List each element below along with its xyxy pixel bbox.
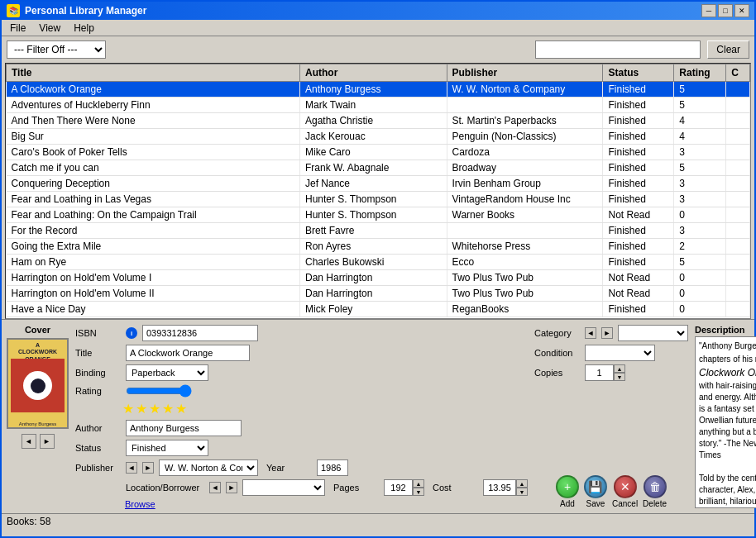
table-row[interactable]: Big SurJack KerouacPenguin (Non-Classics… [7,129,750,145]
cancel-button[interactable]: ✕ Cancel [612,475,638,508]
close-button[interactable]: ✕ [734,4,749,17]
delete-icon: 🗑 [644,475,667,498]
save-button[interactable]: 💾 Save [584,475,607,508]
location-label: Location/Borrower [126,483,204,493]
location-select[interactable] [242,479,325,496]
category-prev-button[interactable]: ◄ [585,327,596,339]
publisher-prev-button[interactable]: ◄ [126,462,137,474]
table-row[interactable]: Fear and Loathing in Las VegasHunter S. … [7,192,750,207]
star-1[interactable]: ★ [122,401,134,417]
cover-navigation: ◄ ► [22,434,55,449]
cost-label: Cost [433,483,478,493]
cost-spinner: ▲ ▼ [483,479,528,496]
table-row[interactable]: Going the Extra MileRon AyresWhitehorse … [7,239,750,255]
publisher-select[interactable]: W. W. Norton & Comp [159,459,258,476]
table-row[interactable]: And Then There Were NoneAgatha ChristieS… [7,113,750,129]
copies-row: Copies ▲ ▼ [534,364,688,381]
minimize-button[interactable]: ─ [701,4,716,17]
menu-view[interactable]: View [34,21,65,36]
author-input[interactable] [126,420,242,436]
location-row: Location/Borrower ◄ ► Pages ▲ ▼ Cost [75,479,528,496]
table-scroll[interactable]: Title Author Publisher Status Rating C A… [6,64,750,318]
add-button[interactable]: + Add [556,475,579,508]
filter-dropdown[interactable]: --- Filter Off --- [7,40,106,59]
star-2[interactable]: ★ [136,401,147,417]
save-label: Save [586,499,605,508]
star-5[interactable]: ★ [175,401,187,417]
status-label: Status [75,443,121,453]
delete-button[interactable]: 🗑 Delete [643,475,667,508]
location-next-button[interactable]: ► [226,482,237,493]
category-next-button[interactable]: ► [601,327,613,339]
category-select[interactable] [618,325,688,341]
star-4[interactable]: ★ [162,401,174,417]
menu-file[interactable]: File [5,21,31,36]
books-table: Title Author Publisher Status Rating C A… [6,64,750,317]
author-label: Author [75,423,121,433]
isbn-label: ISBN [75,328,121,338]
isbn-info-icon[interactable]: i [126,327,137,339]
copies-decrement[interactable]: ▼ [614,373,625,381]
table-row[interactable]: A Clockwork OrangeAnthony BurgessW. W. N… [7,82,750,98]
title-input[interactable] [126,345,250,361]
table-row[interactable]: For the RecordBrett FavreFinished3 [7,223,750,239]
pages-decrement[interactable]: ▼ [413,488,424,496]
year-input[interactable] [317,459,348,476]
toolbar: --- Filter Off --- Clear [2,36,754,63]
col-header-title[interactable]: Title [7,64,300,82]
cover-label: Cover [25,325,50,335]
author-row: Author [75,420,528,436]
col-header-rating[interactable]: Rating [674,64,726,82]
title-label: Title [75,348,121,358]
description-text[interactable]: "Anthony Burgess reads chapters of his n… [695,336,756,508]
browse-link[interactable]: Browse [125,499,156,509]
star-3[interactable]: ★ [149,401,160,417]
clear-button[interactable]: Clear [707,40,749,59]
col-header-c[interactable]: C [726,64,750,82]
pages-increment[interactable]: ▲ [413,479,424,488]
table-row[interactable]: Fear and Loathing: On the Campaign Trail… [7,207,750,223]
condition-select[interactable] [585,345,655,361]
pages-input[interactable] [384,479,413,496]
table-row[interactable]: Adventures of Huckleberry FinnMark Twain… [7,98,750,113]
table-row[interactable]: Ham on RyeCharles BukowskiEccoFinished5 [7,255,750,270]
status-select[interactable]: FinishedNot ReadReadingAbandoned [126,440,208,456]
table-row[interactable]: Caro's Book of Poker TellsMike CaroCardo… [7,145,750,160]
binding-select[interactable]: PaperbackHardcoverMass MarketOther [126,364,208,381]
status-bar: Books: 58 [2,513,754,528]
cover-next-button[interactable]: ► [40,434,55,449]
description-label: Description [695,325,756,335]
form-section: ISBN i Title Binding PaperbackHardcoverM… [75,325,528,508]
pages-label: Pages [333,483,379,493]
publisher-next-button[interactable]: ► [142,462,154,474]
table-row[interactable]: Conquering DeceptionJef NanceIrvin Benha… [7,176,750,192]
col-header-publisher[interactable]: Publisher [447,64,603,82]
cost-decrement[interactable]: ▼ [516,488,528,496]
table-row[interactable]: Have a Nice DayMick FoleyReganBooksFinis… [7,302,750,317]
menu-help[interactable]: Help [69,21,99,36]
col-header-author[interactable]: Author [300,64,447,82]
category-row: Category ◄ ► [534,325,688,341]
table-row[interactable]: Catch me if you canFrank W. AbagnaleBroa… [7,160,750,176]
app-icon: 📚 [7,4,20,17]
title-row: Title [75,345,528,361]
cover-prev-button[interactable]: ◄ [22,434,36,449]
browse-row: Browse [125,499,528,509]
isbn-input[interactable] [142,325,258,341]
maximize-button[interactable]: □ [718,4,733,17]
pages-spinner: ▲ ▼ [384,479,424,496]
add-label: Add [560,499,575,508]
publisher-label: Publisher [75,463,121,473]
col-header-status[interactable]: Status [603,64,674,82]
cost-input[interactable] [483,479,516,496]
location-prev-button[interactable]: ◄ [209,482,221,493]
copies-input[interactable] [585,364,614,381]
copies-increment[interactable]: ▲ [614,364,625,373]
table-row[interactable]: Harrington on Hold'em Volume IDan Harrin… [7,270,750,286]
cost-increment[interactable]: ▲ [516,479,528,488]
rating-slider[interactable] [126,384,192,398]
cancel-icon: ✕ [614,475,637,498]
menu-bar: File View Help [2,20,754,36]
table-row[interactable]: Harrington on Hold'em Volume IIDan Harri… [7,286,750,302]
search-input[interactable] [535,40,701,59]
